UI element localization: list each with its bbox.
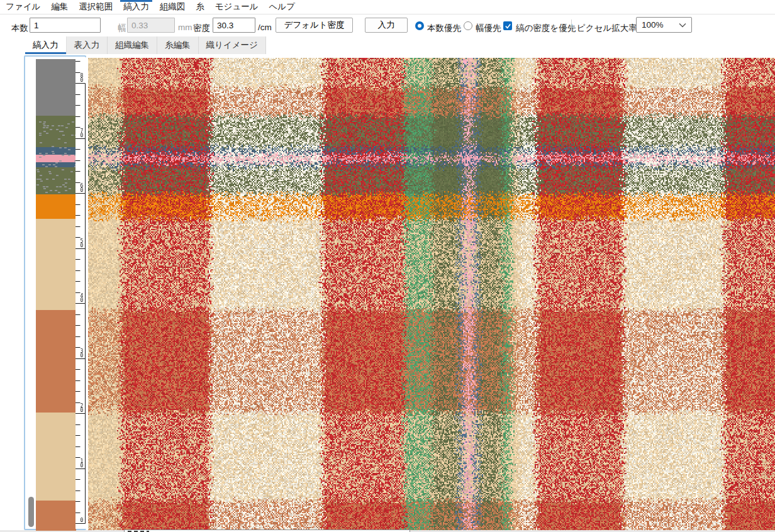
stripe-density-checkbox[interactable] (503, 21, 512, 30)
toolbar: 本数 幅 mm 密度 /cm デフォルト密度 入力 本数優先 幅優先 縞の密度を… (0, 15, 775, 36)
density-input[interactable] (213, 18, 255, 33)
stripe-ruler (75, 57, 86, 529)
count-label: 本数 (11, 23, 28, 34)
menu-file[interactable]: ファイル (4, 0, 42, 14)
pixel-zoom-label: ピクセル拡大率 (577, 23, 637, 34)
default-density-button[interactable]: デフォルト密度 (276, 18, 353, 33)
weft-stripe-column[interactable] (36, 59, 76, 531)
app-window: ファイル 編集 選択範囲 縞入力 組織図 糸 モジュール ヘルプ 本数 幅 mm… (0, 0, 775, 532)
fabric-preview-canvas[interactable] (88, 58, 775, 530)
count-input[interactable] (30, 18, 101, 33)
input-button[interactable]: 入力 (365, 18, 408, 33)
menu-help[interactable]: ヘルプ (268, 0, 296, 14)
tab-bar: 縞入力 表入力 組織編集 糸編集 織りイメージ (0, 36, 775, 54)
chevron-down-icon (679, 23, 686, 28)
clipped-dialog (124, 529, 410, 532)
toolbar-separator (571, 19, 572, 32)
menu-yarn[interactable]: 糸 (194, 0, 206, 14)
menu-module[interactable]: モジュール (214, 0, 260, 14)
stripe-input-panel (24, 55, 86, 530)
count-priority-radio[interactable] (415, 21, 424, 30)
width-priority-radio[interactable] (464, 21, 472, 30)
check-icon (505, 23, 511, 30)
count-priority-label: 本数優先 (427, 23, 461, 34)
pixel-zoom-select[interactable]: 100% (636, 17, 692, 33)
tab-stripe-input[interactable]: 縞入力 (25, 36, 67, 54)
tab-table-input[interactable]: 表入力 (67, 36, 108, 54)
tab-yarn-edit[interactable]: 糸編集 (157, 36, 199, 54)
stripe-density-label: 縞の密度を優先 (516, 23, 576, 34)
width-input[interactable] (127, 18, 175, 33)
menu-weave-diagram[interactable]: 組織図 (159, 0, 187, 14)
width-priority-label: 幅優先 (476, 23, 501, 34)
width-unit-label: mm (178, 23, 192, 32)
tab-weave-image[interactable]: 織りイメージ (199, 36, 266, 54)
pixel-zoom-value: 100% (642, 20, 679, 30)
density-unit-label: /cm (258, 23, 272, 32)
stripe-scrollbar-thumb[interactable] (28, 497, 34, 527)
menu-stripe-input[interactable]: 縞入力 (122, 0, 150, 14)
tab-weave-edit[interactable]: 組織編集 (108, 36, 157, 54)
density-label: 密度 (193, 23, 210, 34)
menu-selection[interactable]: 選択範囲 (77, 0, 114, 14)
menu-edit[interactable]: 編集 (50, 0, 69, 14)
menu-bar: ファイル 編集 選択範囲 縞入力 組織図 糸 モジュール ヘルプ (0, 0, 775, 14)
width-label: 幅 (118, 23, 126, 34)
